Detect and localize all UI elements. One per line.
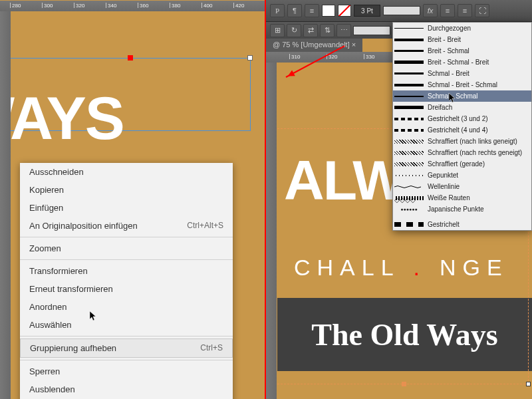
stroke-option-gestrichelt[interactable]: Gestrichelt — [393, 219, 531, 230]
stroke-style-menu: DurchgezogenBreit - BreitBreit - SchmalB… — [392, 22, 532, 231]
menu-select[interactable]: Auswählen — [20, 316, 233, 334]
stroke-preview-icon — [394, 47, 424, 55]
flip-h-icon[interactable]: ⇄ — [303, 24, 318, 37]
ruler-vertical[interactable] — [266, 63, 277, 399]
rotate-icon[interactable]: ↻ — [287, 24, 301, 37]
stroke-preview-icon — [394, 104, 424, 111]
stroke-preview-icon — [394, 172, 424, 179]
paragraph-icon[interactable]: ¶ — [287, 4, 302, 17]
stroke-option-label: Durchgezogen — [428, 25, 471, 32]
stroke-option-label: Gestrichelt (3 und 2) — [428, 115, 488, 122]
cursor-icon — [449, 93, 457, 104]
stroke-option-label: Schmal - Breit — [428, 70, 469, 77]
menu-separator — [20, 237, 233, 237]
stroke-preview-icon — [394, 115, 424, 122]
ruler-mark: 340 — [106, 3, 116, 8]
stroke-preview-icon — [394, 70, 424, 77]
stroke-option-wellenlinie[interactable]: Wellenlinie — [393, 181, 531, 192]
second-dropdown[interactable] — [353, 26, 390, 35]
control-panel: P ¶ ≡ fx ≡ ≡ ⛶ — [266, 0, 532, 22]
stroke-option-breit-schmal[interactable]: Breit - Schmal — [393, 45, 531, 57]
ruler-mark: 420 — [233, 3, 244, 8]
ruler-mark: 280 — [10, 3, 21, 8]
stroke-preview-icon: ◇◇◇◇ — [394, 194, 424, 201]
stroke-option-schraffiert-nach-rechts-geneigt-[interactable]: Schraffiert (nach rechts geneigt) — [393, 147, 531, 158]
close-icon[interactable]: × — [352, 41, 356, 49]
ruler-mark: 360 — [138, 3, 148, 8]
menu-cut[interactable]: Ausschneiden — [20, 163, 233, 181]
fx-button[interactable]: fx — [423, 4, 438, 17]
ruler-mark: 320 — [74, 3, 84, 8]
align-left-icon[interactable]: ≡ — [440, 4, 455, 17]
stroke-preview-icon — [394, 36, 424, 43]
stroke-option-gepunktet[interactable]: Gepunktet — [393, 170, 531, 181]
ruler-vertical[interactable] — [0, 11, 11, 399]
menu-paste[interactable]: Einfügen — [20, 199, 233, 217]
ruler-mark: 330 — [364, 54, 374, 59]
stroke-swatch[interactable] — [338, 5, 351, 17]
stroke-option-label: Schraffiert (gerade) — [428, 160, 485, 168]
menu-transform[interactable]: Transformieren — [20, 262, 233, 280]
stroke-option-schraffiert-nach-links-geneigt-[interactable]: Schraffiert (nach links geneigt) — [393, 136, 531, 147]
stroke-preview-icon — [394, 126, 424, 134]
stroke-option-wei-e-rauten[interactable]: ◇◇◇◇Weiße Rauten — [393, 192, 531, 203]
menu-separator — [20, 259, 233, 260]
stroke-preview-icon — [394, 149, 424, 156]
stroke-option-label: Gestrichelt (4 und 4) — [428, 126, 488, 134]
selection-handle[interactable] — [526, 382, 531, 386]
stroke-option-label: Gestrichelt — [428, 221, 460, 228]
stroke-option-label: Breit - Breit — [428, 36, 461, 43]
stroke-option-breit-schmal-breit[interactable]: Breit - Schmal - Breit — [393, 57, 531, 68]
align-icon[interactable]: ≡ — [305, 4, 319, 17]
menu-zoom[interactable]: Zoomen — [20, 239, 233, 257]
menu-paste-in-place[interactable]: An Originalposition einfügenCtrl+Alt+S — [20, 217, 233, 235]
stroke-option-label: Schraffiert (nach links geneigt) — [428, 138, 517, 145]
ruler-mark: 380 — [170, 3, 180, 8]
stroke-preview-icon — [394, 59, 424, 66]
stroke-option-label: Dreifach — [428, 104, 452, 111]
align-center-icon[interactable]: ≡ — [458, 4, 472, 17]
stroke-weight-input[interactable] — [354, 5, 380, 17]
context-menu: Ausschneiden Kopieren Einfügen An Origin… — [20, 163, 233, 399]
menu-ungroup[interactable]: Gruppierung aufhebenCtrl+S — [20, 338, 233, 358]
selection-handle-center[interactable] — [128, 55, 133, 61]
stroke-option-japanische-punkte[interactable]: ●●●●●●Japanische Punkte — [393, 203, 531, 215]
menu-arrange[interactable]: Anordnen — [20, 298, 233, 316]
stroke-preview-icon — [394, 138, 424, 145]
ruler-mark: 300 — [42, 3, 53, 8]
stroke-option-gestrichelt-und-[interactable]: Gestrichelt (3 und 2) — [393, 113, 531, 124]
stroke-option-label: Wellenlinie — [428, 183, 460, 190]
flip-v-icon[interactable]: ⇅ — [320, 24, 334, 37]
stroke-preview-icon — [394, 25, 424, 32]
type-tool-icon[interactable]: P — [270, 4, 285, 17]
document-tab[interactable]: @ 75 % [Umgewandelt] × — [266, 39, 362, 52]
crop-icon[interactable]: ⛶ — [475, 4, 489, 17]
stroke-style-dropdown[interactable] — [383, 6, 420, 15]
anchor-icon[interactable]: ⊞ — [270, 24, 285, 37]
stroke-preview-icon — [394, 81, 424, 88]
stroke-option-label: Schraffiert (nach rechts geneigt) — [428, 149, 522, 156]
selection-handle-center[interactable] — [402, 382, 406, 386]
options-icon[interactable]: ⋯ — [336, 24, 351, 37]
left-panel: 280 300 320 340 360 380 400 420 WAYS Aus… — [0, 0, 266, 399]
stroke-option-dreifach[interactable]: Dreifach — [393, 102, 531, 113]
stroke-option-durchgezogen[interactable]: Durchgezogen — [393, 23, 531, 34]
stroke-preview-icon — [394, 183, 424, 190]
menu-transform-again[interactable]: Erneut transformieren — [20, 280, 233, 298]
menu-copy[interactable]: Kopieren — [20, 181, 233, 199]
menu-lock[interactable]: Sperren — [20, 362, 233, 380]
stroke-option-schmal-breit-schmal[interactable]: Schmal - Breit - Schmal — [393, 79, 531, 90]
menu-hide[interactable]: Ausblenden — [20, 380, 233, 398]
stroke-option-gestrichelt-und-[interactable]: Gestrichelt (4 und 4) — [393, 124, 531, 136]
ruler-horizontal[interactable]: 280 300 320 340 360 380 400 420 — [0, 1, 265, 11]
fill-swatch[interactable] — [322, 5, 335, 17]
text-object[interactable]: WAYS — [0, 84, 124, 153]
stroke-option-schraffiert-gerade-[interactable]: Schraffiert (gerade) — [393, 158, 531, 170]
right-panel: P ¶ ≡ fx ≡ ≡ ⛶ ⊞ ↻ ⇄ ⇅ ⋯ ⊟ @ 75 % [Umgew… — [266, 0, 532, 399]
stroke-option-breit-breit[interactable]: Breit - Breit — [393, 34, 531, 45]
stroke-option-label: Weiße Rauten — [428, 194, 470, 201]
stroke-option-schmal-breit[interactable]: Schmal - Breit — [393, 68, 531, 79]
stroke-option-schmal-schmal[interactable]: Schmal - Schmal — [393, 90, 531, 102]
ruler-mark: 400 — [201, 3, 212, 8]
selection-handle[interactable] — [247, 55, 253, 61]
